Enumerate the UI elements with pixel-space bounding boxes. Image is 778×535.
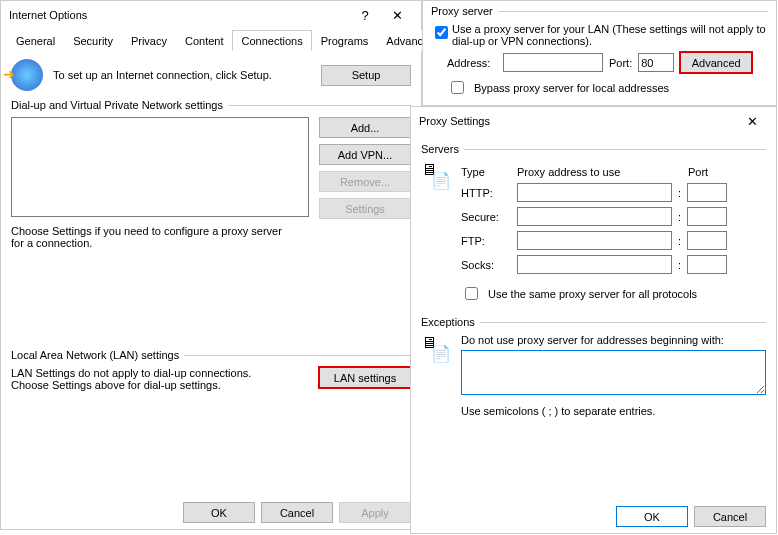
exceptions-group-label: Exceptions — [421, 316, 475, 328]
port-header: Port — [688, 166, 708, 178]
ftp-label: FTP: — [461, 235, 511, 247]
io-title: Internet Options — [9, 9, 349, 21]
http-label: HTTP: — [461, 187, 511, 199]
internet-options-dialog: Internet Options ? ✕ General Security Pr… — [0, 0, 422, 530]
io-apply-button[interactable]: Apply — [339, 502, 411, 523]
add-vpn-button[interactable]: Add VPN... — [319, 144, 411, 165]
address-input[interactable] — [503, 53, 603, 72]
use-proxy-label: Use a proxy server for your LAN (These s… — [452, 23, 768, 47]
dialup-group-label: Dial-up and Virtual Private Network sett… — [11, 99, 223, 111]
http-port-input[interactable] — [687, 183, 727, 202]
http-address-input[interactable] — [517, 183, 672, 202]
tab-programs[interactable]: Programs — [312, 30, 378, 51]
remove-button[interactable]: Remove... — [319, 171, 411, 192]
socks-label: Socks: — [461, 259, 511, 271]
tab-privacy[interactable]: Privacy — [122, 30, 176, 51]
lan-settings-fragment: Proxy server Use a proxy server for your… — [422, 0, 777, 106]
choose-settings-text: Choose Settings if you need to configure… — [11, 225, 291, 249]
io-cancel-button[interactable]: Cancel — [261, 502, 333, 523]
proxy-server-group-label: Proxy server — [431, 5, 493, 17]
tab-security[interactable]: Security — [64, 30, 122, 51]
tab-content[interactable]: Content — [176, 30, 233, 51]
io-tabs: General Security Privacy Content Connect… — [7, 29, 415, 51]
lan-text-1: LAN Settings do not apply to dial-up con… — [11, 367, 309, 379]
same-proxy-label: Use the same proxy server for all protoc… — [488, 288, 697, 300]
bypass-label: Bypass proxy server for local addresses — [474, 82, 669, 94]
ps-titlebar: Proxy Settings ✕ — [411, 107, 776, 135]
io-titlebar: Internet Options ? ✕ — [1, 1, 421, 29]
exceptions-hint: Use semicolons ( ; ) to separate entries… — [461, 405, 766, 417]
secure-port-input[interactable] — [687, 207, 727, 226]
secure-label: Secure: — [461, 211, 511, 223]
secure-address-input[interactable] — [517, 207, 672, 226]
tab-general[interactable]: General — [7, 30, 64, 51]
tab-connections[interactable]: Connections — [232, 30, 311, 51]
exceptions-icon — [421, 334, 453, 366]
proxy-settings-dialog: Proxy Settings ✕ Servers Type Proxy addr… — [410, 106, 777, 534]
socks-address-input[interactable] — [517, 255, 672, 274]
lan-group-label: Local Area Network (LAN) settings — [11, 349, 179, 361]
servers-group-label: Servers — [421, 143, 459, 155]
lan-text-2: Choose Settings above for dial-up settin… — [11, 379, 309, 391]
address-header: Proxy address to use — [517, 166, 682, 178]
settings-button[interactable]: Settings — [319, 198, 411, 219]
ps-close-button[interactable]: ✕ — [736, 109, 768, 133]
ps-ok-button[interactable]: OK — [616, 506, 688, 527]
globe-icon — [11, 59, 43, 91]
connections-listbox[interactable] — [11, 117, 309, 217]
ps-title: Proxy Settings — [419, 115, 736, 127]
ftp-port-input[interactable] — [687, 231, 727, 250]
exceptions-textarea[interactable] — [461, 350, 766, 395]
lan-settings-button[interactable]: LAN settings — [319, 367, 411, 388]
bypass-checkbox[interactable] — [451, 81, 464, 94]
address-label: Address: — [447, 57, 497, 69]
exceptions-text: Do not use proxy server for addresses be… — [461, 334, 766, 346]
socks-port-input[interactable] — [687, 255, 727, 274]
help-button[interactable]: ? — [349, 3, 381, 27]
setup-text: To set up an Internet connection, click … — [53, 69, 321, 81]
port-input[interactable] — [638, 53, 674, 72]
same-proxy-checkbox[interactable] — [465, 287, 478, 300]
setup-button[interactable]: Setup — [321, 65, 411, 86]
ps-cancel-button[interactable]: Cancel — [694, 506, 766, 527]
advanced-button[interactable]: Advanced — [680, 52, 752, 73]
close-button[interactable]: ✕ — [381, 3, 413, 27]
use-proxy-checkbox[interactable] — [435, 26, 448, 39]
ftp-address-input[interactable] — [517, 231, 672, 250]
servers-icon — [421, 161, 453, 193]
type-header: Type — [461, 166, 511, 178]
port-label: Port: — [609, 57, 632, 69]
add-button[interactable]: Add... — [319, 117, 411, 138]
io-ok-button[interactable]: OK — [183, 502, 255, 523]
